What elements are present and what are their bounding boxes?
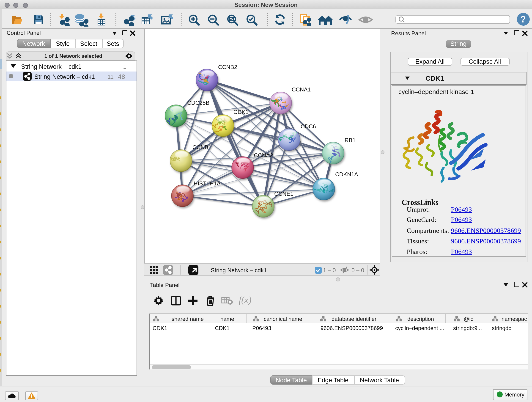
svg-text:CCNE1: CCNE1 xyxy=(274,191,293,197)
svg-text:CDC6: CDC6 xyxy=(300,123,316,129)
svg-text:CDC25B: CDC25B xyxy=(187,100,209,106)
svg-text:CDK1: CDK1 xyxy=(233,109,248,115)
svg-text:RB1: RB1 xyxy=(344,137,355,143)
svg-text:CCNA2: CCNA2 xyxy=(254,152,273,158)
svg-text:CDKN1A: CDKN1A xyxy=(335,171,358,177)
svg-text:HIST1H1A: HIST1H1A xyxy=(193,180,220,186)
svg-text:CCNB1: CCNB1 xyxy=(192,144,211,150)
svg-text:CCNB2: CCNB2 xyxy=(218,64,237,70)
svg-text:CCNA1: CCNA1 xyxy=(291,86,310,93)
